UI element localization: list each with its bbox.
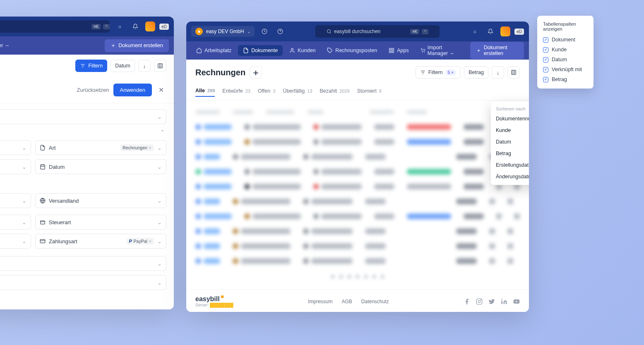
tab-offen[interactable]: Offen3 — [258, 85, 275, 97]
table-row — [195, 179, 520, 194]
art-field[interactable]: Art Rechnungen× ⌄ — [35, 140, 166, 155]
steuerart-field[interactable]: Steuerart⌄ — [35, 215, 166, 230]
columns-button[interactable] — [507, 66, 520, 79]
tab-storniert[interactable]: Storniert6 — [357, 85, 382, 97]
company-selector[interactable]: ★ easy DEV GmbH ⌄ — [191, 26, 255, 37]
svg-point-46 — [478, 300, 480, 302]
columns-popup: Tabellenspalten anzeigen ✓Dokument✓Kunde… — [537, 16, 594, 89]
instagram-icon[interactable] — [476, 298, 483, 305]
main-window: ★ easy DEV GmbH ⌄ easybill durchsuchen ⌘… — [186, 22, 529, 312]
datum-field[interactable]: Datum⌄ — [35, 159, 166, 174]
star-icon: ★ — [195, 28, 203, 35]
social-links — [464, 298, 520, 305]
topbar: ★ easy DEV GmbH ⌄ easybill durchsuchen ⌘… — [186, 22, 529, 41]
theme-icon[interactable]: ☼ — [114, 21, 125, 32]
sort-option-änderungsdatum[interactable]: Änderungsdatum — [491, 171, 529, 182]
svg-point-37 — [422, 52, 422, 53]
field-blank-3[interactable]: ⌄ — [0, 193, 31, 208]
column-toggle-kunde[interactable]: ✓Kunde — [537, 45, 594, 55]
nav-import[interactable]: Import Manager → — [416, 42, 467, 59]
nav-arbeitsplatz[interactable]: Arbeitsplatz — [191, 45, 236, 56]
filter-button-left[interactable]: Filtern — [75, 60, 107, 72]
close-icon[interactable]: ✕ — [156, 84, 166, 96]
plus-icon: ＋ — [476, 47, 481, 54]
bell-icon-main[interactable] — [485, 26, 496, 37]
tab-entwürfe[interactable]: Entwürfe23 — [222, 85, 250, 97]
footer-links: ImpressumAGBDatenschutz — [308, 299, 389, 304]
brand-logo: easybill✱ — [195, 295, 233, 303]
field-blank-1[interactable]: ⌄ — [0, 140, 31, 155]
sort-option-kunde[interactable]: Kunde✓ — [491, 125, 529, 136]
sort-option-erstellungsdatum[interactable]: Erstellungsdatum — [491, 159, 529, 171]
search-field[interactable]: Suchen ⌄ — [0, 109, 166, 124]
mitarbeiter-field[interactable]: Mitarbeiter⌄ — [0, 275, 166, 290]
avatar-badge[interactable]: eD — [159, 24, 169, 30]
nav-apps[interactable]: Apps — [384, 45, 414, 56]
zahlungsart-field[interactable]: Zahlungsart PPayPal × ⌄ — [35, 234, 166, 249]
linkedin-icon[interactable] — [501, 298, 507, 305]
column-toggle-verknüpft-mit[interactable]: ✓Verknüpft mit — [537, 65, 594, 74]
main-nav: Arbeitsplatz Dokumente Kunden Rechnungsp… — [186, 41, 529, 60]
search-bar[interactable]: easybill durchsuchen ⌘K ⌃ — [315, 25, 440, 38]
tab-überfällig[interactable]: Überfällig13 — [283, 85, 312, 97]
projekte-field[interactable]: Projekte⌄ — [0, 256, 166, 271]
sort-option-dokumentennummer[interactable]: Dokumentennummer — [491, 113, 529, 125]
avatar[interactable] — [145, 22, 155, 31]
search-bar-left[interactable]: bill durchsuchen ⌘K ⌃ — [0, 20, 110, 33]
sort-header: Sortieren nach — [491, 104, 529, 113]
facebook-icon[interactable] — [464, 298, 470, 305]
column-toggle-betrag[interactable]: ✓Betrag — [537, 74, 594, 84]
sort-direction-left[interactable]: ↓ — [138, 60, 151, 72]
column-toggle-dokument[interactable]: ✓Dokument — [537, 35, 594, 45]
page-title: Rechnungen ＋ — [195, 66, 262, 79]
field-blank-5[interactable]: ⌄ — [0, 234, 31, 249]
footer-link-impressum[interactable]: Impressum — [308, 299, 332, 304]
reset-button[interactable]: Zurücksetzen — [77, 87, 109, 93]
youtube-icon[interactable] — [513, 298, 520, 305]
clock-icon[interactable] — [259, 26, 270, 37]
datum-button-left[interactable]: Datum — [111, 60, 135, 72]
svg-rect-14 — [41, 165, 45, 169]
nav-import-left[interactable]: Import Manager → — [0, 40, 14, 51]
bell-icon[interactable] — [130, 21, 141, 32]
search-kbd2: ⌃ — [103, 24, 110, 29]
theme-icon-main[interactable]: ☼ — [469, 26, 481, 37]
zahlungsart-chip[interactable]: PPayPal × — [127, 238, 154, 244]
help-icon[interactable] — [274, 26, 286, 37]
svg-point-47 — [481, 299, 481, 300]
create-document-button-left[interactable]: ＋ Dokument erstellen — [105, 39, 169, 52]
sort-direction[interactable]: ↓ — [492, 66, 504, 79]
nav-kunden[interactable]: Kunden — [284, 45, 320, 56]
art-chip[interactable]: Rechnungen× — [120, 144, 154, 151]
sort-option-betrag[interactable]: Betrag — [491, 148, 529, 159]
table-row — [195, 164, 520, 179]
field-blank-4[interactable]: ⌄ — [0, 215, 31, 230]
twitter-icon[interactable] — [488, 298, 495, 305]
tab-bezahlt[interactable]: Bezahlt2029 — [320, 85, 349, 97]
nav-dokumente[interactable]: Dokumente — [238, 45, 283, 56]
filter-button[interactable]: Filtern 5 × — [416, 66, 461, 79]
include-docs-toggle[interactable]: mente einbeziehen — [0, 178, 166, 189]
create-document-button[interactable]: ＋ Dokument erstellen — [470, 42, 524, 59]
avatar-badge-main[interactable]: eD — [514, 29, 524, 35]
columns-button-left[interactable] — [154, 60, 166, 72]
collapse-icon[interactable]: ⌃ — [160, 129, 165, 135]
column-toggle-datum[interactable]: ✓Datum — [537, 55, 594, 65]
filter-window: bill durchsuchen ⌘K ⌃ ☼ eD osten Apps Im… — [0, 17, 174, 309]
footer-link-agb[interactable]: AGB — [342, 299, 352, 304]
clear-filters-icon[interactable]: × — [451, 70, 454, 75]
tab-alle[interactable]: Alle299 — [195, 85, 215, 97]
apply-button[interactable]: Anwenden — [113, 84, 152, 96]
nav-rechnungsposten[interactable]: Rechnungsposten — [322, 45, 382, 56]
footer-link-datenschutz[interactable]: Datenschutz — [361, 299, 389, 304]
sort-button[interactable]: Betrag — [464, 66, 488, 79]
navbar-left: osten Apps Import Manager → ＋ Dokument e… — [0, 36, 174, 55]
avatar-main[interactable] — [500, 26, 510, 36]
add-button[interactable]: ＋ — [250, 66, 262, 79]
pagination[interactable] — [195, 268, 520, 285]
field-blank-2[interactable]: ⌄ — [0, 159, 31, 174]
svg-rect-36 — [392, 51, 394, 53]
svg-point-38 — [424, 52, 424, 53]
versandland-field[interactable]: Versandland⌄ — [35, 193, 166, 208]
sort-option-datum[interactable]: Datum — [491, 136, 529, 148]
